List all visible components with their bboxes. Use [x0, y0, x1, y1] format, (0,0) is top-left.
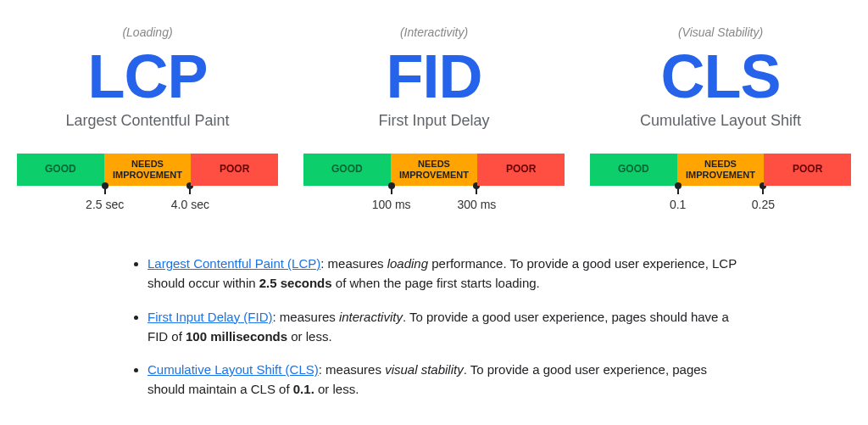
desc-item-fid: First Input Delay (FID): measures intera… [147, 307, 739, 347]
desc-text: : measures [273, 310, 339, 324]
desc-item-cls: Cumulative Layout Shift (CLS): measures … [147, 360, 739, 400]
seg-needs-line1: NEEDS [704, 159, 737, 170]
seg-needs: NEEDS IMPROVEMENT 2.5 sec 4.0 sec [104, 154, 192, 186]
seg-needs-line2: IMPROVEMENT [113, 170, 182, 181]
metric-acronym: CLS [590, 46, 851, 107]
desc-text: : measures [320, 256, 387, 271]
seg-good: GOOD [590, 154, 677, 186]
threshold-bar: GOOD NEEDS IMPROVEMENT 0.1 0.25 POOR [590, 154, 851, 186]
desc-italic: loading [387, 256, 428, 271]
metrics-row: (Loading) LCP Largest Contentful Paint G… [17, 25, 851, 220]
desc-bold: 100 milliseconds [186, 329, 287, 344]
description-list: Largest Contentful Paint (LCP): measures… [129, 254, 739, 400]
threshold-high: 0.25 [752, 198, 775, 211]
tick-high: 4.0 sec [189, 186, 191, 194]
seg-good: GOOD [17, 154, 104, 186]
desc-link-fid[interactable]: First Input Delay (FID) [147, 310, 273, 324]
metric-lcp: (Loading) LCP Largest Contentful Paint G… [17, 25, 278, 220]
seg-needs: NEEDS IMPROVEMENT 100 ms 300 ms [391, 154, 478, 186]
seg-poor: POOR [191, 154, 278, 186]
tick-low: 0.1 [677, 186, 679, 194]
desc-bold: 0.1. [293, 382, 314, 396]
metric-acronym: LCP [17, 46, 278, 107]
seg-needs-line2: IMPROVEMENT [686, 170, 755, 181]
seg-needs: NEEDS IMPROVEMENT 0.1 0.25 [677, 154, 765, 186]
seg-needs-line1: NEEDS [131, 159, 164, 170]
seg-poor: POOR [477, 154, 565, 186]
desc-text: or less. [287, 329, 332, 344]
metric-category: (Visual Stability) [590, 25, 851, 39]
desc-text: or less. [314, 382, 359, 396]
tick-low: 2.5 sec [104, 186, 106, 194]
desc-link-lcp[interactable]: Largest Contentful Paint (LCP) [147, 256, 320, 271]
threshold-bar: GOOD NEEDS IMPROVEMENT 100 ms 300 ms POO… [303, 154, 565, 186]
threshold-low: 100 ms [372, 198, 411, 211]
desc-italic: interactivity [339, 310, 403, 324]
metric-category: (Interactivity) [303, 25, 565, 39]
seg-needs-line2: IMPROVEMENT [399, 170, 469, 181]
tick-low: 100 ms [391, 186, 392, 194]
desc-text: of when the page first starts loading. [332, 276, 540, 290]
threshold-low: 0.1 [670, 198, 686, 211]
metric-fullname: First Input Delay [303, 112, 565, 130]
metric-fullname: Largest Contentful Paint [17, 112, 278, 130]
desc-text: : measures [319, 362, 385, 377]
seg-poor: POOR [764, 154, 851, 186]
threshold-bar: GOOD NEEDS IMPROVEMENT 2.5 sec 4.0 sec P… [17, 154, 278, 186]
desc-link-cls[interactable]: Cumulative Layout Shift (CLS) [147, 362, 319, 377]
threshold-high: 4.0 sec [171, 198, 209, 211]
seg-good: GOOD [303, 154, 391, 186]
seg-needs-line1: NEEDS [418, 159, 450, 170]
desc-italic: visual stability [385, 362, 464, 377]
metric-fullname: Cumulative Layout Shift [590, 112, 851, 130]
tick-high: 300 ms [476, 186, 477, 194]
metric-acronym: FID [303, 46, 565, 107]
desc-item-lcp: Largest Contentful Paint (LCP): measures… [147, 254, 739, 294]
metric-category: (Loading) [17, 25, 278, 39]
threshold-high: 300 ms [457, 198, 496, 211]
metric-cls: (Visual Stability) CLS Cumulative Layout… [590, 25, 851, 220]
tick-high: 0.25 [762, 186, 764, 194]
desc-bold: 2.5 seconds [259, 276, 332, 290]
metric-fid: (Interactivity) FID First Input Delay GO… [303, 25, 565, 220]
threshold-low: 2.5 sec [86, 198, 124, 211]
